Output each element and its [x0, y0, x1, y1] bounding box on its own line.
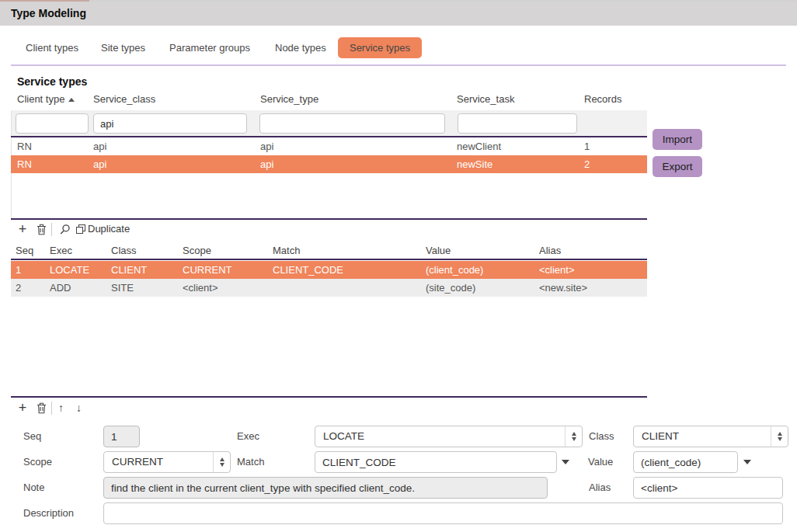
cell-exec: ADD	[50, 279, 71, 297]
column-header-client-type[interactable]: Client type	[17, 93, 75, 105]
select-spinner-icon	[213, 452, 230, 472]
scope-select[interactable]: CURRENT	[103, 451, 231, 473]
type-modeling-window: Type Modeling Client types Site types Pa…	[0, 0, 797, 532]
filter-service-type-input[interactable]	[259, 113, 445, 134]
value-field[interactable]	[633, 451, 738, 473]
select-spinner-icon	[565, 426, 582, 447]
divider	[11, 218, 647, 220]
cell-alias: <new.site>	[539, 279, 587, 297]
scope-select-value: CURRENT	[112, 456, 163, 468]
cell-client-type: RN	[17, 155, 32, 173]
tab-underline	[11, 64, 786, 66]
table-row[interactable]: 2 ADD SITE <client> (site_code) <new.sit…	[11, 279, 647, 297]
add-step-button[interactable]: +	[17, 401, 28, 415]
exec-select[interactable]: LOCATE	[315, 426, 583, 447]
cell-seq: 2	[16, 279, 21, 297]
column-header-service-type[interactable]: Service_type	[260, 93, 318, 105]
cell-scope: CURRENT	[183, 261, 232, 279]
class-label: Class	[589, 426, 614, 447]
match-label: Match	[237, 451, 264, 473]
cell-service-type: api	[260, 137, 273, 155]
move-up-button[interactable]: ↑	[58, 402, 64, 414]
divider	[11, 396, 647, 398]
tab-node-types[interactable]: Node types	[275, 37, 326, 58]
export-button[interactable]: Export	[653, 156, 702, 177]
delete-row-button[interactable]	[36, 223, 47, 235]
delete-step-button[interactable]	[36, 402, 47, 414]
duplicate-icon	[76, 224, 85, 234]
add-row-button[interactable]: +	[17, 222, 28, 236]
move-down-button[interactable]: ↓	[76, 402, 82, 414]
seq-field	[103, 426, 140, 447]
scope-label: Scope	[23, 451, 52, 473]
tab-client-types[interactable]: Client types	[26, 37, 78, 58]
filter-client-type-input[interactable]	[16, 113, 89, 134]
filter-service-task-input[interactable]	[458, 113, 577, 134]
cell-class: CLIENT	[111, 261, 147, 279]
column-header-scope[interactable]: Scope	[183, 245, 211, 256]
tab-service-types[interactable]: Service types	[338, 37, 422, 58]
column-header-class[interactable]: Class	[111, 245, 137, 256]
plus-icon: +	[19, 401, 27, 415]
note-label: Note	[23, 477, 44, 499]
cell-service-class: api	[93, 155, 106, 173]
exec-label: Exec	[237, 426, 259, 447]
cell-scope: <client>	[183, 279, 218, 297]
table-row-selected[interactable]: RN api api newSite 2	[11, 155, 647, 173]
cell-value: (site_code)	[426, 279, 475, 297]
import-button[interactable]: Import	[653, 129, 702, 150]
cell-seq: 1	[16, 261, 21, 279]
column-header-records[interactable]: Records	[584, 93, 621, 105]
cell-class: SITE	[111, 279, 134, 297]
trash-icon	[37, 402, 47, 414]
section-title: Service types	[17, 75, 87, 88]
duplicate-button-icon[interactable]	[75, 224, 85, 234]
cell-records: 1	[584, 137, 590, 155]
search-button[interactable]	[59, 223, 71, 235]
alias-field[interactable]	[633, 477, 783, 499]
trash-icon	[37, 224, 47, 235]
column-header-match[interactable]: Match	[273, 245, 300, 256]
cell-alias: <client>	[539, 261, 575, 279]
column-header-seq[interactable]: Seq	[16, 245, 33, 256]
table-row[interactable]: RN api api newClient 1	[11, 137, 647, 155]
cell-service-class: api	[93, 137, 106, 155]
cell-service-type: api	[260, 155, 273, 173]
cell-exec: LOCATE	[50, 261, 89, 279]
exec-select-value: LOCATE	[323, 430, 364, 442]
description-label: Description	[23, 502, 74, 524]
sort-asc-icon	[68, 98, 75, 102]
window-title: Type Modeling	[11, 2, 86, 26]
duplicate-button[interactable]: Duplicate	[88, 223, 130, 235]
column-header-label: Client type	[17, 93, 64, 105]
toolbar-separator	[51, 223, 52, 236]
column-header-service-class[interactable]: Service_class	[93, 93, 155, 105]
column-header-value[interactable]: Value	[426, 245, 451, 256]
value-label: Value	[588, 451, 613, 473]
match-dropdown-caret-icon[interactable]	[562, 460, 569, 464]
alias-label: Alias	[589, 477, 611, 499]
divider	[11, 259, 647, 260]
class-select-value: CLIENT	[642, 430, 679, 442]
column-header-service-task[interactable]: Service_task	[457, 93, 514, 105]
tab-parameter-groups[interactable]: Parameter groups	[169, 37, 250, 58]
column-header-exec[interactable]: Exec	[50, 245, 72, 256]
toolbar-separator	[51, 402, 52, 415]
tab-site-types[interactable]: Site types	[101, 37, 145, 58]
class-select[interactable]: CLIENT	[633, 426, 788, 447]
cell-client-type: RN	[17, 137, 32, 155]
match-field[interactable]	[315, 451, 557, 473]
title-bar: Type Modeling	[0, 2, 797, 26]
column-header-alias[interactable]: Alias	[539, 245, 561, 256]
select-spinner-icon	[771, 426, 788, 447]
plus-icon: +	[19, 222, 27, 236]
cell-service-task: newClient	[457, 137, 501, 155]
value-dropdown-caret-icon[interactable]	[743, 460, 751, 464]
cell-match: CLIENT_CODE	[273, 261, 343, 279]
table-row-selected[interactable]: 1 LOCATE CLIENT CURRENT CLIENT_CODE (cli…	[11, 261, 647, 279]
filter-service-class-input[interactable]	[93, 113, 247, 134]
cell-service-task: newSite	[457, 155, 492, 173]
seq-label: Seq	[23, 426, 41, 447]
cell-records: 2	[584, 155, 590, 173]
description-field[interactable]	[103, 502, 783, 524]
